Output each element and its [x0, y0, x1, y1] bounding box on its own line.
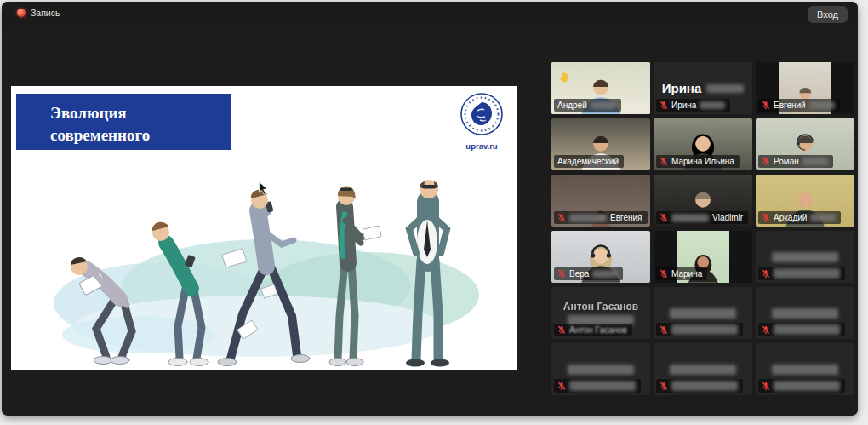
muted-mic-icon: [557, 382, 566, 391]
slide-title-banner: Эволюция современного руководителя: [16, 94, 231, 150]
participant-display-name: Антон Гасанов: [563, 301, 638, 313]
participant-name: Евгений: [774, 101, 806, 110]
logo-url: uprav.ru: [454, 141, 510, 151]
participant-name: Vladimir: [712, 213, 743, 222]
participant-tile-аркадий[interactable]: Аркадий: [756, 175, 854, 227]
blurred-surname: [592, 270, 618, 278]
participant-tile-евгений[interactable]: Евгений: [756, 62, 854, 114]
participant-display-name: Ирина: [662, 81, 745, 95]
participant-nameplate: Евгения: [554, 211, 648, 224]
blurred-surname: [810, 214, 836, 221]
participant-tile-академический[interactable]: Академический: [551, 118, 650, 170]
participant-nameplate: Аркадий: [758, 211, 841, 224]
shared-presentation-slide: Эволюция современного руководителя uprav…: [11, 86, 517, 370]
blurred-name: [670, 365, 736, 375]
participant-name: Марина Ильина: [671, 157, 734, 166]
blurred-name: [670, 308, 736, 319]
blurred-name: [569, 214, 607, 222]
participant-nameplate: Антон Гасанов: [554, 324, 632, 336]
blurred-name: [671, 381, 738, 391]
blurred-name: [671, 324, 738, 335]
participant-tile-марина[interactable]: Марина: [654, 231, 752, 283]
participant-nameplate: Ирина: [656, 99, 730, 112]
participant-tile-роман[interactable]: Роман: [756, 118, 854, 170]
muted-mic-icon: [557, 213, 566, 222]
participant-nameplate: Вера: [554, 267, 623, 280]
participant-tile-ирина[interactable]: ИринаИрина: [654, 62, 752, 114]
blurred-name: [772, 365, 838, 375]
blurred-surname: [700, 101, 725, 109]
participant-nameplate: [758, 267, 845, 280]
participant-nameplate: Евгений: [758, 99, 840, 112]
participant-tile[interactable]: [756, 231, 854, 283]
muted-mic-icon: [557, 269, 566, 279]
muted-mic-icon: [660, 213, 668, 222]
participant-tile-евгения[interactable]: Евгения: [551, 175, 650, 227]
participant-nameplate: Марина Ильина: [656, 155, 740, 168]
meeting-window: Запись Вход: [2, 2, 858, 416]
blurred-name: [774, 381, 840, 391]
participant-tile[interactable]: [551, 343, 650, 395]
muted-mic-icon: [660, 382, 668, 391]
muted-mic-icon: [660, 101, 668, 110]
login-button[interactable]: Вход: [808, 6, 848, 23]
participant-tile-vladimir[interactable]: Vladimir: [654, 175, 752, 227]
recording-label: Запись: [31, 8, 60, 18]
blurred-name: [772, 308, 838, 319]
blurred-name: [774, 268, 840, 279]
participant-tile-марина-ильина[interactable]: Марина Ильина: [654, 118, 752, 170]
muted-mic-icon: [660, 157, 668, 166]
recording-dot-icon: [17, 9, 26, 17]
participant-nameplate: [758, 323, 845, 336]
participant-tile[interactable]: [756, 343, 854, 395]
participant-tile-андрей[interactable]: Андрей: [551, 62, 650, 114]
participant-name: Вера: [569, 269, 589, 279]
participants-grid: АндрейИринаИринаЕвгенийАкадемическийМари…: [551, 62, 854, 395]
meeting-topbar: Запись Вход: [2, 2, 858, 26]
participant-tile[interactable]: [654, 287, 752, 339]
muted-mic-icon: [762, 325, 770, 335]
muted-mic-icon: [557, 325, 566, 335]
participant-tile[interactable]: [654, 343, 752, 395]
participant-nameplate: Vladimir: [656, 211, 748, 224]
blurred-surname: [802, 158, 828, 165]
participant-name: Евгения: [610, 213, 642, 222]
blurred-surname: [591, 101, 616, 109]
raised-hand-icon: [559, 71, 570, 83]
participant-name: Ирина: [671, 101, 696, 110]
participant-nameplate: [758, 379, 845, 393]
muted-mic-icon: [660, 325, 668, 335]
muted-mic-icon: [762, 213, 770, 222]
participant-nameplate: [554, 379, 641, 393]
muted-mic-icon: [762, 382, 770, 391]
participant-name: Роман: [774, 157, 799, 166]
participant-nameplate: Марина: [656, 267, 707, 280]
school-logo: uprav.ru: [454, 92, 510, 151]
blurred-name: [772, 252, 838, 262]
blurred-name: [774, 324, 840, 335]
participant-name: Академический: [557, 157, 619, 166]
blurred-name: [671, 214, 709, 222]
participant-name: Аркадий: [774, 213, 807, 222]
participant-name: Марина: [671, 269, 702, 279]
blurred-surname: [809, 101, 835, 109]
participant-nameplate: Академический: [554, 155, 624, 168]
blurred-name: [569, 381, 636, 391]
participant-tile-вера[interactable]: Вера: [551, 231, 650, 283]
muted-mic-icon: [762, 157, 770, 166]
participant-tile[interactable]: [756, 287, 854, 339]
participant-nameplate: Роман: [758, 155, 833, 168]
slide-title: Эволюция современного руководителя: [50, 104, 151, 165]
school-seal-icon: [459, 92, 505, 136]
participant-nameplate: Андрей: [554, 99, 621, 112]
blurred-name: [568, 365, 634, 375]
participant-name: Андрей: [557, 101, 587, 110]
muted-mic-icon: [660, 269, 668, 279]
participant-nameplate: [656, 323, 743, 336]
participant-nameplate: [656, 379, 743, 393]
muted-mic-icon: [762, 101, 770, 110]
participant-tile-антон-гасанов[interactable]: Антон ГасановАнтон Гасанов: [551, 287, 650, 339]
mouse-cursor-icon: [259, 181, 268, 195]
recording-indicator[interactable]: Запись: [17, 8, 60, 18]
participant-name: Антон Гасанов: [569, 325, 627, 335]
